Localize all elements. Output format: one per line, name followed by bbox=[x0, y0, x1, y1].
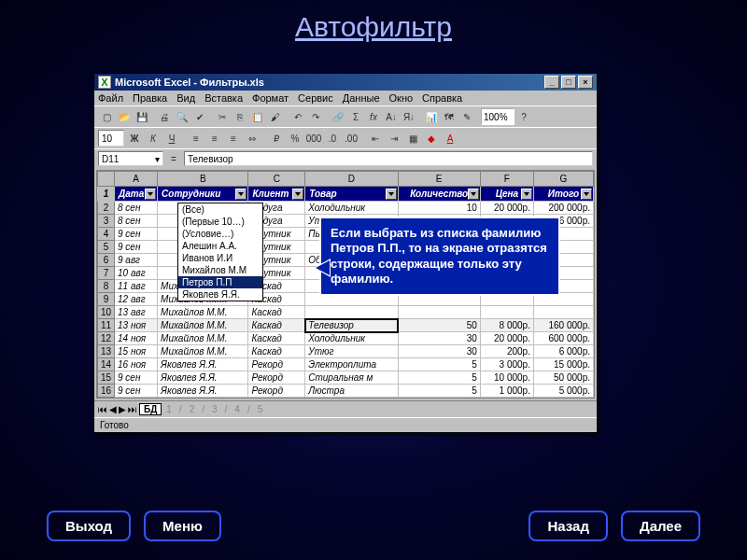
cell-qty[interactable]: 5 bbox=[398, 358, 480, 371]
cell-total[interactable] bbox=[533, 306, 593, 319]
sort-asc-icon[interactable]: A↓ bbox=[383, 108, 400, 125]
menu-data[interactable]: Данные bbox=[343, 92, 380, 104]
col-F[interactable]: F bbox=[480, 172, 533, 187]
sum-icon[interactable]: Σ bbox=[347, 108, 364, 125]
cell-total[interactable]: 15 000р. bbox=[533, 358, 593, 371]
col-E[interactable]: E bbox=[398, 172, 480, 187]
copy-icon[interactable]: ⎘ bbox=[232, 108, 248, 125]
bold-icon[interactable]: Ж bbox=[126, 130, 143, 147]
tab-nav-last-icon[interactable]: ⏭ bbox=[128, 404, 137, 414]
filter-dropdown[interactable]: (Все)(Первые 10…)(Условие…)Алешин А.А.Ив… bbox=[177, 203, 263, 301]
cell-price[interactable]: 10 000р. bbox=[480, 371, 533, 385]
cell-qty[interactable]: 30 bbox=[398, 345, 480, 358]
cell-date[interactable]: 9 сен bbox=[115, 241, 158, 254]
cell-date[interactable]: 14 ноя bbox=[115, 332, 158, 345]
cell-date[interactable]: 10 авг bbox=[115, 267, 158, 280]
formula-input[interactable]: Телевизор bbox=[184, 151, 593, 166]
cell-client[interactable]: Каскад bbox=[248, 345, 305, 358]
minimize-button[interactable]: _ bbox=[544, 76, 559, 89]
filter-product-icon[interactable] bbox=[386, 189, 397, 200]
cell-product[interactable]: Люстра bbox=[305, 385, 398, 398]
filter-employee-icon[interactable] bbox=[235, 189, 247, 200]
align-center-icon[interactable]: ≡ bbox=[206, 130, 223, 147]
borders-icon[interactable]: ▦ bbox=[404, 130, 421, 147]
dec-decimal-icon[interactable]: .00 bbox=[343, 130, 359, 147]
fx-icon[interactable]: fx bbox=[365, 108, 382, 125]
cell-employee[interactable]: Яковлев Я.Я. bbox=[158, 385, 248, 398]
select-all[interactable] bbox=[98, 172, 115, 187]
cell-price[interactable]: 20 000р. bbox=[480, 332, 533, 345]
row-hdr[interactable]: 8 bbox=[98, 280, 115, 293]
tab-4[interactable]: 4 bbox=[232, 404, 243, 414]
cell-product[interactable]: Холодильник bbox=[305, 332, 398, 345]
dropdown-item[interactable]: Алешин А.А. bbox=[178, 240, 262, 252]
spell-icon[interactable]: ✔ bbox=[191, 108, 208, 125]
col-A[interactable]: A bbox=[115, 172, 158, 187]
row-hdr[interactable]: 14 bbox=[98, 358, 115, 371]
help-icon[interactable]: ? bbox=[515, 108, 532, 125]
cell-price[interactable]: 200р. bbox=[480, 345, 533, 358]
cell-date[interactable]: 9 сен bbox=[115, 228, 158, 241]
menu-window[interactable]: Окно bbox=[389, 92, 414, 104]
paste-icon[interactable]: 📋 bbox=[249, 108, 266, 125]
dropdown-item[interactable]: (Условие…) bbox=[178, 228, 262, 240]
row-hdr[interactable]: 6 bbox=[98, 254, 115, 267]
menu-button[interactable]: Меню bbox=[144, 511, 221, 541]
underline-icon[interactable]: Ч bbox=[163, 130, 180, 147]
cell-date[interactable]: 15 ноя bbox=[115, 345, 158, 358]
next-button[interactable]: Далее bbox=[621, 511, 700, 541]
print-icon[interactable]: 🖨 bbox=[156, 108, 173, 125]
cell-qty[interactable]: 50 bbox=[398, 319, 480, 332]
cell-client[interactable]: Каскад bbox=[248, 319, 305, 332]
tab-1[interactable]: 1 bbox=[163, 404, 175, 414]
cell-client[interactable]: Каскад bbox=[248, 332, 305, 345]
col-G[interactable]: G bbox=[533, 172, 593, 187]
dropdown-item[interactable]: Иванов И.И bbox=[178, 252, 262, 264]
cell-date[interactable]: 8 сен bbox=[115, 215, 158, 228]
dropdown-item[interactable]: (Все) bbox=[178, 203, 262, 216]
name-box[interactable]: D11▾ bbox=[98, 151, 163, 166]
cell-total[interactable]: 50 000р. bbox=[533, 371, 593, 385]
cell-price[interactable]: 20 000р. bbox=[480, 202, 533, 215]
cell-total[interactable]: 5 000р. bbox=[533, 385, 593, 398]
cell-employee[interactable]: Михайлов М.М. bbox=[158, 332, 248, 345]
cell-date[interactable]: 9 сен bbox=[115, 371, 158, 385]
cell-date[interactable]: 11 авг bbox=[115, 280, 158, 293]
cell-product[interactable]: Холодильник bbox=[305, 202, 398, 215]
back-button[interactable]: Назад bbox=[529, 511, 607, 541]
drawing-icon[interactable]: ✎ bbox=[458, 108, 475, 125]
cell-product[interactable]: Электроплита bbox=[305, 358, 398, 371]
cell-product[interactable]: Стиральная м bbox=[305, 371, 398, 385]
tab-3[interactable]: 3 bbox=[209, 404, 220, 414]
cell-client[interactable]: Рекорд bbox=[248, 358, 305, 371]
col-D[interactable]: D bbox=[305, 172, 398, 187]
menu-tools[interactable]: Сервис bbox=[298, 92, 333, 104]
cell-client[interactable]: Рекорд bbox=[248, 371, 305, 385]
tab-nav-prev-icon[interactable]: ◀ bbox=[109, 404, 117, 414]
cell-qty[interactable]: 30 bbox=[398, 332, 480, 345]
align-left-icon[interactable]: ≡ bbox=[188, 130, 204, 147]
indent-dec-icon[interactable]: ⇤ bbox=[367, 130, 384, 147]
cell-total[interactable]: 6 000р. bbox=[533, 345, 593, 358]
cell-price[interactable] bbox=[480, 306, 533, 319]
row-hdr[interactable]: 3 bbox=[98, 215, 115, 228]
filter-total-icon[interactable] bbox=[581, 189, 592, 200]
cell-qty[interactable]: 5 bbox=[398, 385, 480, 398]
tab-5[interactable]: 5 bbox=[255, 404, 266, 414]
align-right-icon[interactable]: ≡ bbox=[225, 130, 242, 147]
cell-client[interactable]: Каскад bbox=[248, 306, 305, 319]
cell-qty[interactable]: 5 bbox=[398, 371, 480, 385]
dropdown-item[interactable]: Петров П.П bbox=[178, 276, 262, 288]
cell-price[interactable]: 8 000р. bbox=[480, 319, 533, 332]
fillcolor-icon[interactable]: ◆ bbox=[423, 130, 440, 147]
cell-total[interactable]: 160 000р. bbox=[533, 319, 593, 332]
cell-employee[interactable]: Михайлов М.М. bbox=[158, 306, 248, 319]
row-hdr[interactable]: 5 bbox=[98, 241, 115, 254]
cell-date[interactable]: 8 сен bbox=[115, 202, 158, 215]
cell-total[interactable]: 600 000р. bbox=[533, 332, 593, 345]
menu-view[interactable]: Вид bbox=[176, 92, 195, 104]
row-hdr[interactable]: 13 bbox=[98, 345, 115, 358]
menu-help[interactable]: Справка bbox=[422, 92, 462, 104]
row-hdr[interactable]: 9 bbox=[98, 293, 115, 306]
col-C[interactable]: C bbox=[248, 172, 305, 187]
